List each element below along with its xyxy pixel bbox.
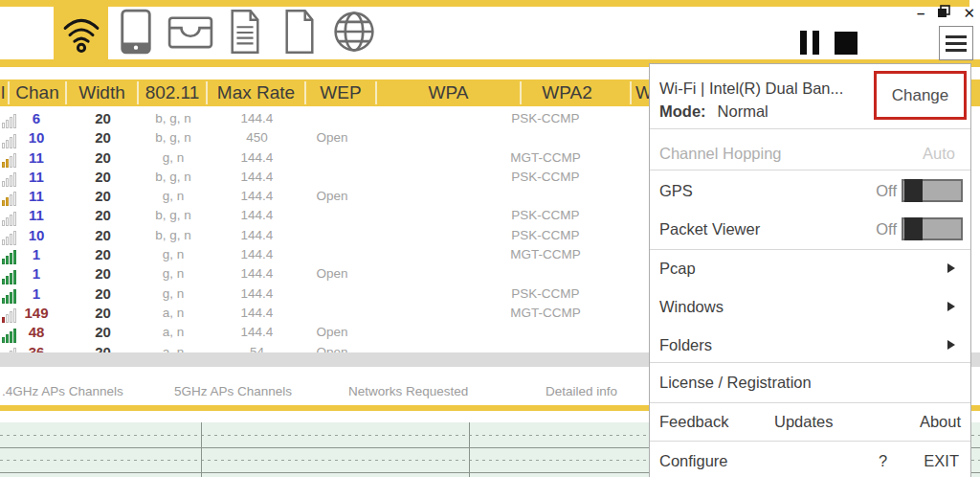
signal-cell — [0, 128, 17, 148]
wep-cell — [306, 148, 377, 168]
tab-document[interactable] — [272, 7, 326, 60]
chart-grid-vline — [201, 422, 202, 477]
menu-item-folders[interactable]: Folders — [659, 332, 963, 357]
width-cell: 20 — [67, 109, 139, 128]
menu-item-channel-hopping[interactable]: Channel Hopping Auto — [659, 141, 963, 166]
wep-cell: Open — [306, 187, 377, 206]
capture-controls — [800, 31, 858, 55]
adapter-name: Wi-Fi | Intel(R) Dual Ban... — [659, 80, 843, 98]
wep-cell — [306, 206, 377, 225]
header-wpa2[interactable]: WPA2 — [522, 81, 632, 104]
signal-cell — [0, 226, 17, 245]
header-max-rate[interactable]: Max Rate — [208, 81, 306, 104]
wpa-cell — [377, 226, 488, 245]
menu-footer-row-1: Feedback Updates About — [659, 409, 963, 434]
windows-label: Windows — [659, 298, 724, 316]
signal-cell — [0, 245, 17, 264]
wpa2-cell: MGT-CCMP — [488, 304, 632, 323]
submenu-arrow-icon — [947, 263, 955, 273]
tab-mobile-devices[interactable] — [108, 7, 163, 60]
chan-cell: 11 — [17, 168, 67, 187]
header-width[interactable]: Width — [67, 81, 139, 104]
mobile-device-icon — [118, 8, 154, 59]
wpa2-cell — [488, 128, 632, 148]
wpa-cell — [377, 148, 488, 168]
help-item[interactable]: ? — [879, 452, 887, 470]
signal-cell — [0, 323, 17, 342]
tab-report[interactable] — [217, 7, 272, 60]
folders-label: Folders — [659, 336, 712, 354]
header-wep[interactable]: WEP — [306, 81, 377, 104]
tab-inbox[interactable] — [163, 7, 217, 60]
gps-toggle[interactable] — [902, 179, 963, 202]
wpa-cell — [377, 264, 488, 284]
feedback-item[interactable]: Feedback — [659, 413, 728, 431]
header-80211[interactable]: 802.11 — [139, 81, 208, 104]
header-signal[interactable]: l — [0, 81, 10, 104]
signal-cell — [0, 343, 17, 352]
tab-wifi[interactable] — [54, 7, 108, 60]
wep-cell — [306, 304, 377, 323]
updates-item[interactable]: Updates — [774, 413, 833, 431]
wpa-cell — [377, 343, 488, 352]
tab-web[interactable] — [326, 7, 381, 60]
std-cell: g, n — [139, 284, 208, 304]
wpa2-cell: PSK-CCMP — [488, 226, 632, 245]
wep-cell: Open — [306, 323, 377, 342]
wpa-cell — [377, 168, 488, 187]
web-globe-icon — [331, 9, 377, 58]
chart-grid-vline — [469, 422, 470, 477]
menu-item-license[interactable]: License / Registration — [659, 370, 963, 395]
max-rate-cell: 144.4 — [208, 226, 306, 245]
pause-button[interactable] — [800, 31, 819, 55]
wep-cell — [306, 109, 377, 128]
max-rate-cell: 144.4 — [208, 206, 306, 225]
std-cell: g, n — [139, 148, 208, 168]
tab-24ghz-aps-channels[interactable]: .4GHz APs Channels — [2, 384, 123, 401]
std-cell: g, n — [139, 245, 208, 264]
tab-networks-requested[interactable]: Networks Requested — [348, 384, 468, 401]
signal-strength-icon — [2, 187, 17, 202]
change-adapter-button[interactable]: Change — [874, 71, 967, 120]
max-rate-cell: 144.4 — [208, 148, 306, 168]
chan-cell: 11 — [17, 187, 67, 206]
menu-item-pcap[interactable]: Pcap — [659, 256, 963, 281]
chan-cell: 10 — [17, 226, 67, 245]
window-controls: – ✕ — [917, 5, 975, 22]
close-icon[interactable]: ✕ — [963, 6, 975, 21]
signal-strength-icon — [2, 323, 17, 338]
channel-hopping-label: Channel Hopping — [659, 145, 782, 163]
packet-viewer-toggle[interactable] — [902, 217, 963, 240]
wep-cell: Open — [306, 343, 377, 352]
exit-item[interactable]: EXIT — [924, 452, 959, 470]
header-chan[interactable]: Chan — [10, 81, 67, 104]
about-item[interactable]: About — [920, 413, 961, 431]
main-menu: Wi-Fi | Intel(R) Dual Ban... Mode:Normal… — [649, 63, 971, 477]
header-wpa[interactable]: WPA — [377, 81, 522, 104]
signal-strength-icon — [2, 343, 17, 352]
width-cell: 20 — [67, 226, 139, 245]
width-cell: 20 — [67, 323, 139, 342]
wpa2-cell: PSK-CCMP — [488, 168, 632, 187]
wpa2-cell: MGT-CCMP — [488, 245, 632, 264]
std-cell: a, n — [139, 304, 208, 323]
stop-button[interactable] — [835, 32, 858, 55]
tab-detailed-info[interactable]: Detailed info — [546, 384, 617, 401]
wpa-cell — [377, 304, 488, 323]
signal-strength-icon — [2, 206, 17, 221]
width-cell: 20 — [67, 264, 139, 284]
wpa2-cell — [488, 187, 632, 206]
restore-button[interactable] — [937, 5, 950, 22]
max-rate-cell: 144.4 — [208, 168, 306, 187]
chan-cell: 149 — [17, 304, 67, 323]
minimize-button[interactable]: – — [917, 6, 924, 21]
menu-item-windows[interactable]: Windows — [659, 294, 963, 319]
wpa2-cell: PSK-CCMP — [488, 206, 632, 225]
width-cell: 20 — [67, 206, 139, 225]
tab-5ghz-aps-channels[interactable]: 5GHz APs Channels — [174, 384, 292, 401]
hamburger-menu-button[interactable] — [939, 26, 973, 60]
configure-item[interactable]: Configure — [659, 452, 728, 470]
wpa2-cell: PSK-CCMP — [488, 284, 632, 304]
signal-cell — [0, 187, 17, 206]
max-rate-cell: 144.4 — [208, 245, 306, 264]
